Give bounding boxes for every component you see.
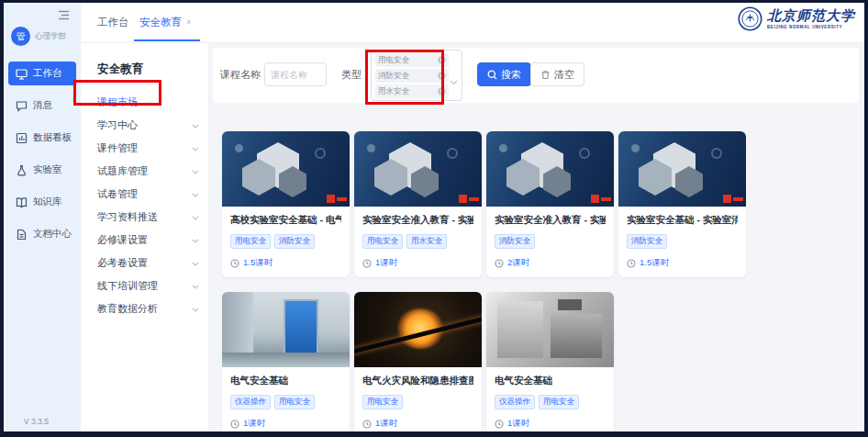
course-title: 电气安全基础 — [495, 375, 606, 387]
clock-icon — [627, 259, 636, 268]
course-tag: 消防安全 — [627, 234, 667, 249]
course-duration: 1课时 — [375, 257, 397, 269]
menu-item-learning-material-push[interactable]: 学习资料推送 — [97, 207, 199, 226]
chevron-down-icon — [192, 119, 199, 130]
filter-bar: 课程名称 类型 用电安全 消防安全 用水安全 — [213, 48, 859, 103]
search-button[interactable]: 搜索 — [477, 62, 531, 86]
tab-safety-education[interactable]: 安全教育 × — [139, 3, 191, 41]
thumbnail-shape — [497, 301, 543, 358]
collapse-sidebar-icon[interactable] — [58, 7, 70, 24]
menu-item-course-market[interactable]: 课程市场 — [97, 93, 199, 111]
type-tag-label: 用水安全 — [378, 86, 409, 97]
sidebar-item-laboratory[interactable]: 实验室 — [8, 158, 76, 182]
sidebar-item-label: 知识库 — [33, 196, 62, 208]
menu-item-label: 试题库管理 — [97, 164, 148, 178]
menu-item-exam-paper-management[interactable]: 试卷管理 — [97, 185, 199, 203]
course-title: 实验室安全准入教育 - 实验室消... — [495, 214, 606, 227]
remove-tag-icon[interactable] — [438, 72, 446, 80]
thumbnail-shape — [551, 314, 602, 358]
menu-item-offline-training[interactable]: 线下培训管理 — [97, 276, 199, 295]
chevron-down-icon — [450, 73, 458, 89]
course-duration: 1课时 — [375, 418, 397, 430]
thumbnail-watermark — [591, 195, 599, 203]
tab-label: 工作台 — [97, 16, 129, 29]
chevron-down-icon — [192, 280, 199, 291]
thumbnail-shape — [222, 353, 350, 367]
search-icon — [487, 70, 497, 80]
course-title: 实验室安全准入教育 - 实验室水... — [362, 214, 473, 227]
thumbnail-shape — [499, 144, 507, 152]
logo-chinese-text: 北京师范大学 — [767, 9, 855, 23]
thumbnail-watermark — [723, 195, 731, 203]
primary-sidebar: 管 心理学部 工作台 消息 数据看板 实验室 知识库 — [4, 3, 81, 431]
thumbnail-shape — [447, 148, 458, 159]
remove-tag-icon[interactable] — [438, 56, 446, 64]
menu-item-required-course-settings[interactable]: 必修课设置 — [97, 230, 199, 249]
type-tag: 用水安全 — [375, 84, 449, 98]
user-name: 心理学部 — [35, 31, 66, 42]
tab-workbench[interactable]: 工作台 — [97, 3, 129, 41]
course-card[interactable]: 高校实验室安全基础 - 电气类实... 用电安全 消防安全 1.5课时 — [222, 131, 350, 277]
thumbnail-shape — [284, 299, 318, 354]
course-card[interactable]: 实验室安全准入教育 - 实验室消... 消防安全 2课时 — [486, 131, 614, 277]
course-duration: 1.5课时 — [243, 257, 273, 269]
course-tag: 消防安全 — [495, 234, 535, 249]
menu-item-learning-center[interactable]: 学习中心 — [97, 116, 199, 134]
thumbnail-shape — [711, 148, 722, 159]
course-tag: 用电安全 — [539, 395, 579, 409]
university-logo: 北京师范大学 BEIJING NORMAL UNIVERSITY — [738, 6, 855, 31]
chevron-down-icon — [192, 257, 199, 268]
clock-icon — [362, 259, 372, 268]
thumbnail-shape — [235, 144, 243, 152]
thumbnail-shape — [579, 148, 590, 159]
clock-icon — [230, 420, 239, 429]
clear-button[interactable]: 清空 — [530, 62, 584, 86]
thumbnail-shape — [558, 299, 582, 310]
remove-tag-icon[interactable] — [438, 87, 446, 95]
sidebar-item-dashboard[interactable]: 数据看板 — [8, 126, 76, 150]
chevron-down-icon — [192, 188, 199, 199]
type-multiselect[interactable]: 用电安全 消防安全 用水安全 — [371, 50, 462, 101]
menu-item-label: 学习资料推送 — [97, 210, 158, 224]
active-tab-underline — [134, 39, 200, 41]
type-tag: 消防安全 — [375, 69, 449, 83]
thumbnail-watermark — [337, 197, 347, 201]
thumbnail-watermark — [469, 197, 479, 201]
message-icon — [16, 100, 28, 112]
course-card[interactable]: 电气安全基础 仪器操作 用电安全 1课时 — [222, 292, 350, 431]
thumbnail-shape — [222, 292, 253, 356]
chevron-down-icon — [192, 211, 199, 222]
menu-item-education-data-analysis[interactable]: 教育数据分析 — [97, 299, 199, 318]
menu-item-label: 课程市场 — [97, 95, 138, 109]
sidebar-item-workbench[interactable]: 工作台 — [8, 62, 76, 85]
menu-item-label: 教育数据分析 — [97, 302, 158, 316]
course-card[interactable]: 实验室安全准入教育 - 实验室水... 用电安全 用水安全 1课时 — [354, 131, 482, 277]
course-card[interactable]: 电气安全基础 仪器操作 用电安全 1课时 — [486, 292, 614, 431]
sidebar-item-label: 工作台 — [33, 67, 62, 80]
course-thumbnail — [486, 292, 614, 367]
course-title: 实验室安全基础 - 实验室消防安全 — [627, 214, 738, 227]
menu-item-courseware-management[interactable]: 课件管理 — [97, 139, 199, 157]
sidebar-item-document-center[interactable]: 文档中心 — [8, 222, 76, 246]
menu-item-required-exam-settings[interactable]: 必考卷设置 — [97, 253, 199, 272]
sidebar-item-messages[interactable]: 消息 — [8, 94, 76, 118]
course-card[interactable]: 电气火灾风险和隐患排查图解培... 用电安全 1课时 — [354, 292, 482, 431]
logo-english-text: BEIJING NORMAL UNIVERSITY — [767, 25, 855, 29]
chevron-down-icon — [192, 303, 199, 314]
thumbnail-watermark — [459, 195, 467, 203]
menu-item-question-bank[interactable]: 试题库管理 — [97, 162, 199, 180]
university-emblem-icon — [738, 6, 762, 31]
menu-item-label: 试卷管理 — [97, 187, 138, 201]
course-title: 高校实验室安全基础 - 电气类实... — [230, 214, 341, 227]
course-duration: 2课时 — [507, 257, 529, 269]
avatar: 管 — [11, 27, 30, 46]
course-tag: 消防安全 — [274, 234, 315, 249]
course-card[interactable]: 实验室安全基础 - 实验室消防安全 消防安全 1.5课时 — [618, 131, 746, 277]
close-tab-icon[interactable]: × — [186, 17, 191, 27]
course-name-input[interactable] — [264, 62, 327, 86]
chevron-down-icon — [192, 142, 199, 153]
course-grid: 高校实验室安全基础 - 电气类实... 用电安全 消防安全 1.5课时 — [222, 131, 746, 431]
sidebar-item-label: 文档中心 — [33, 228, 72, 241]
sidebar-item-knowledge-base[interactable]: 知识库 — [8, 190, 76, 214]
thumbnail-watermark — [327, 195, 335, 203]
